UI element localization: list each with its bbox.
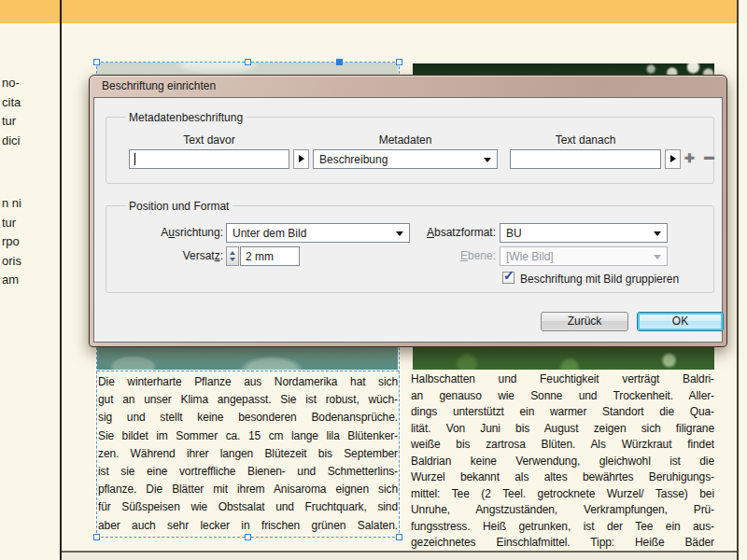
selection-handle[interactable] bbox=[336, 59, 343, 65]
metadata-dropdown[interactable]: Beschreibung bbox=[313, 149, 498, 169]
back-button[interactable]: Zurück bbox=[541, 312, 628, 331]
paragraph-style-dropdown[interactable]: BU bbox=[500, 223, 668, 243]
flyout-arrow-icon bbox=[299, 155, 304, 162]
pasteboard-strip bbox=[62, 553, 737, 560]
spinner-down-icon[interactable] bbox=[230, 258, 235, 261]
group-caption-checkbox-label: Beschriftung mit Bild gruppieren bbox=[520, 273, 679, 286]
remove-row-icon[interactable]: ▬ bbox=[704, 150, 714, 161]
group-caption-checkbox[interactable]: ✓ bbox=[502, 272, 514, 284]
left-page-text-fragment-bottom: n ni tur rpo oris am bbox=[2, 194, 21, 290]
dropdown-arrow-icon bbox=[654, 255, 661, 259]
dialog-title: Beschriftung einrichten bbox=[102, 79, 216, 92]
selection-handle[interactable] bbox=[396, 534, 402, 540]
dropdown-arrow-icon bbox=[484, 158, 491, 162]
text-before-input[interactable] bbox=[129, 149, 289, 169]
layer-label: Ebene: bbox=[402, 246, 496, 266]
text-before-flyout-button[interactable] bbox=[293, 149, 309, 169]
dropdown-arrow-icon bbox=[654, 231, 661, 236]
offset-stepper[interactable] bbox=[226, 246, 239, 266]
metadata-label: Metadaten bbox=[313, 133, 498, 147]
selection-handle[interactable] bbox=[396, 59, 402, 65]
alignment-dropdown[interactable]: Unter dem Bild bbox=[226, 223, 410, 243]
text-after-flyout-button[interactable] bbox=[665, 149, 681, 169]
offset-input[interactable]: 2 mm bbox=[240, 246, 300, 266]
body-text-right-column[interactable]: Halbschatten und Feuchtigkeit verträgt B… bbox=[411, 371, 714, 551]
indesign-workspace: no- cita tur dici n ni tur rpo oris am D… bbox=[0, 0, 747, 560]
layer-dropdown: [Wie Bild] bbox=[500, 246, 668, 266]
alignment-label: Ausrichtung: bbox=[113, 223, 223, 243]
add-row-icon[interactable]: ✚ bbox=[684, 151, 695, 165]
page-header-band bbox=[0, 0, 738, 23]
page-spread-divider bbox=[60, 0, 62, 560]
selection-handle[interactable] bbox=[245, 59, 251, 65]
paragraph-style-label: Absatzformat: bbox=[402, 223, 496, 243]
selection-handle[interactable] bbox=[245, 534, 251, 540]
page-right-edge bbox=[737, 0, 739, 560]
selection-handle[interactable] bbox=[93, 534, 100, 540]
position-format-group-legend: Position und Format bbox=[125, 200, 233, 213]
flyout-arrow-icon bbox=[670, 155, 676, 162]
spinner-up-icon[interactable] bbox=[230, 251, 235, 255]
text-after-label: Text danach bbox=[510, 133, 661, 147]
text-after-input[interactable] bbox=[510, 149, 661, 169]
caption-setup-dialog: Beschriftung einrichten Metadatenbeschri… bbox=[89, 75, 727, 347]
body-text-left-column[interactable]: Die winterharte Pflanze aus Nordamerika … bbox=[98, 373, 398, 534]
dialog-body: Metadatenbeschriftung Text davor Metadat… bbox=[93, 97, 723, 343]
ok-button[interactable]: OK bbox=[637, 312, 724, 331]
text-cursor bbox=[134, 153, 135, 165]
metadata-caption-group-legend: Metadatenbeschriftung bbox=[125, 111, 247, 124]
selection-handle[interactable] bbox=[93, 59, 100, 65]
checkbox-check-icon: ✓ bbox=[503, 268, 514, 283]
caption-frame-edge bbox=[97, 371, 399, 371]
offset-label: Versatz: bbox=[113, 246, 223, 266]
left-page-text-fragment-top: no- cita tur dici bbox=[2, 74, 21, 150]
text-before-label: Text davor bbox=[129, 133, 289, 147]
